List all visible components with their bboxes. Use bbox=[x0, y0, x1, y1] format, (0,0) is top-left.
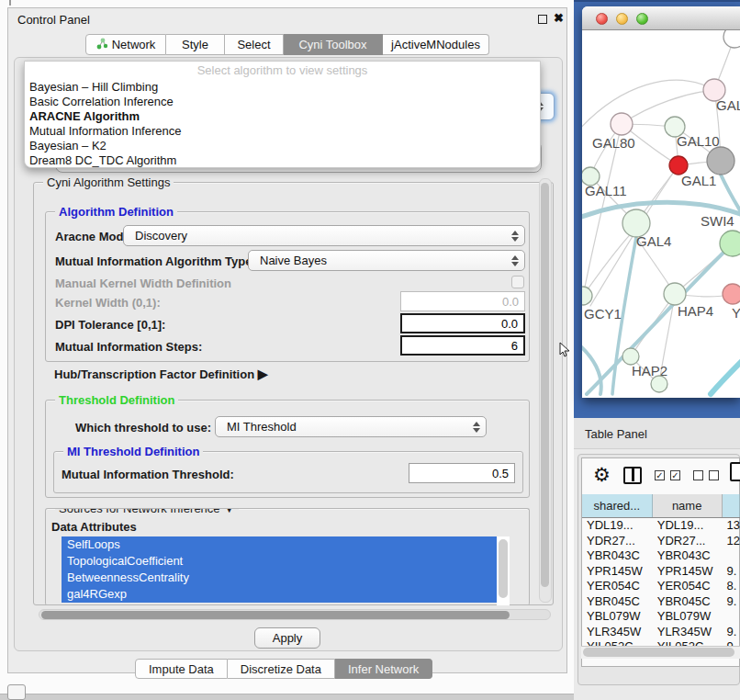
data-attributes-label: Data Attributes bbox=[51, 520, 137, 534]
network-node-gal80[interactable] bbox=[611, 113, 633, 135]
network-node-gal1[interactable] bbox=[669, 156, 688, 175]
control-panel-tab-bar: NetworkStyleSelectCyni ToolboxjActiveMNo… bbox=[85, 34, 489, 55]
node-label-gal1: GAL1 bbox=[681, 173, 716, 188]
hub-definition-label[interactable]: Hub/Transcription Factor Definition ▶ bbox=[54, 367, 268, 381]
tab-style[interactable]: Style bbox=[166, 34, 225, 55]
table-row[interactable]: YBR043CYBR043C bbox=[582, 548, 740, 564]
algorithm-option-bayesian-hill-climbing[interactable]: Bayesian – Hill Climbing bbox=[25, 80, 540, 95]
node-label-hap4: HAP4 bbox=[678, 303, 713, 319]
which-threshold-value: MI Threshold bbox=[227, 420, 297, 434]
attribute-item-betweennesscentrality[interactable]: BetweennessCentrality bbox=[62, 570, 510, 586]
bottom-tab-impute-data[interactable]: Impute Data bbox=[135, 659, 228, 679]
table-row[interactable]: YIL052CYIL052C9 bbox=[582, 639, 740, 646]
network-node-y[interactable] bbox=[723, 284, 740, 304]
table-row[interactable]: YPR145WYPR145W9. bbox=[582, 564, 740, 580]
minimize-traffic-light-icon[interactable] bbox=[616, 13, 628, 25]
algorithm-option-basic-correlation-inference[interactable]: Basic Correlation Inference bbox=[25, 95, 540, 109]
network-edge[interactable] bbox=[721, 175, 740, 210]
node-label-gcy1: GCY1 bbox=[584, 306, 622, 322]
bottom-tab-infer-network[interactable]: Infer Network bbox=[335, 659, 432, 679]
column-layout-icon[interactable] bbox=[623, 467, 642, 484]
table-hscroll-thumb[interactable] bbox=[583, 648, 734, 657]
column-header-shared[interactable]: shared... bbox=[582, 494, 653, 517]
tab-cyni-toolbox[interactable]: Cyni Toolbox bbox=[284, 34, 383, 55]
settings-horizontal-scrollbar[interactable] bbox=[39, 609, 551, 620]
column-header-col2[interactable] bbox=[723, 494, 740, 517]
settings-vertical-scrollbar[interactable] bbox=[539, 178, 552, 603]
attribute-item-selfloops[interactable]: SelfLoops bbox=[62, 536, 510, 553]
table-cell: 9. bbox=[722, 625, 740, 640]
table-cell: YBR043C bbox=[582, 548, 653, 564]
mi-threshold-field[interactable] bbox=[409, 463, 515, 483]
algorithm-option-aracne-algorithm[interactable]: ARACNE Algorithm bbox=[25, 109, 540, 124]
zoom-traffic-light-icon[interactable] bbox=[636, 13, 648, 25]
close-traffic-light-icon[interactable] bbox=[596, 13, 608, 25]
network-edge[interactable] bbox=[711, 359, 740, 394]
network-window-titlebar[interactable] bbox=[582, 6, 740, 30]
network-node-gcy1[interactable] bbox=[582, 287, 592, 305]
algorithm-option-mutual-information-inference[interactable]: Mutual Information Inference bbox=[25, 124, 540, 139]
network-node-hap4[interactable] bbox=[664, 283, 686, 305]
table-row[interactable]: YBL079WYBL079W bbox=[582, 609, 740, 625]
sources-title[interactable]: Sources for Network Inference ▼ bbox=[55, 508, 239, 515]
select-all-checkbox-icon-2[interactable]: ✓ bbox=[670, 470, 680, 480]
apply-button[interactable]: Apply bbox=[254, 627, 320, 649]
tab-select[interactable]: Select bbox=[225, 34, 284, 55]
network-node[interactable] bbox=[707, 147, 734, 175]
kernel-width-field[interactable] bbox=[400, 291, 525, 311]
attributes-scrollbar[interactable] bbox=[497, 536, 510, 605]
bottom-strip bbox=[0, 694, 574, 700]
collapse-down-icon[interactable]: ▼ bbox=[223, 508, 235, 515]
settings-vscroll-thumb[interactable] bbox=[541, 183, 549, 587]
node-label-y: Y bbox=[732, 305, 740, 321]
column-header-name[interactable]: name bbox=[653, 494, 723, 517]
table-cell: 9. bbox=[722, 594, 740, 610]
attribute-item-topologicalcoefficient[interactable]: TopologicalCoefficient bbox=[62, 553, 510, 570]
table-row[interactable]: YER054CYER054C8. bbox=[582, 579, 740, 594]
minimized-panel-icon[interactable] bbox=[7, 684, 26, 700]
network-node-swi4[interactable] bbox=[720, 231, 740, 256]
node-label-gal10: GAL10 bbox=[677, 133, 720, 149]
data-attributes-list[interactable]: SelfLoopsTopologicalCoefficientBetweenne… bbox=[62, 536, 510, 605]
mi-steps-field[interactable] bbox=[400, 335, 525, 356]
network-canvas[interactable]: GALGAL80GAL10GAL1GAL11SWI4GAL4GCY1HAP4YH… bbox=[582, 30, 740, 398]
table-settings-gear-icon[interactable]: ⚙ bbox=[593, 464, 611, 486]
table-row[interactable]: YDR27...YDR27...12 bbox=[582, 534, 740, 549]
table-row[interactable]: YLR345WYLR345W9. bbox=[582, 625, 740, 640]
mi-type-combo[interactable]: Naive Bayes bbox=[248, 250, 525, 271]
table-header-row: shared...name bbox=[582, 494, 740, 518]
tab-jactivemnodules[interactable]: jActiveMNodules bbox=[383, 34, 489, 55]
which-threshold-combo[interactable]: MI Threshold bbox=[215, 416, 487, 437]
close-icon[interactable]: ✖ bbox=[554, 11, 564, 25]
deselect-all-checkbox-icon[interactable] bbox=[693, 470, 703, 480]
select-all-checkbox-icon[interactable]: ✓ bbox=[655, 470, 665, 480]
document-icon[interactable] bbox=[730, 462, 740, 481]
bottom-tab-discretize-data[interactable]: Discretize Data bbox=[228, 659, 335, 679]
cyni-settings-title: Cyni Algorithm Settings bbox=[43, 175, 174, 189]
table-row[interactable]: YBR045CYBR045C9. bbox=[582, 594, 740, 610]
network-node[interactable] bbox=[723, 30, 740, 48]
expand-right-icon[interactable]: ▶ bbox=[258, 367, 268, 381]
network-edge[interactable] bbox=[582, 343, 601, 394]
attributes-scrollbar-thumb[interactable] bbox=[499, 539, 508, 598]
manual-kernel-checkbox[interactable] bbox=[511, 276, 524, 288]
table-cell: YLR345W bbox=[582, 625, 653, 640]
algorithm-option-bayesian-k2[interactable]: Bayesian – K2 bbox=[25, 139, 540, 153]
aracne-mode-combo[interactable]: Discovery bbox=[123, 225, 525, 246]
tab-network[interactable]: Network bbox=[85, 34, 166, 55]
network-node[interactable] bbox=[651, 376, 667, 392]
node-attribute-table[interactable]: shared...name YDL19...YDL19...13YDR27...… bbox=[582, 494, 740, 646]
float-window-icon[interactable] bbox=[538, 15, 547, 24]
table-cell: YIL052C bbox=[582, 639, 653, 646]
attribute-item-gal4rgexp[interactable]: gal4RGexp bbox=[62, 586, 510, 603]
dpi-tolerance-field[interactable] bbox=[400, 313, 525, 333]
settings-hscroll-thumb[interactable] bbox=[41, 611, 510, 619]
table-cell: YBL079W bbox=[653, 609, 723, 625]
algorithm-option-dream8-dc-tdc-algorithm[interactable]: Dream8 DC_TDC Algorithm bbox=[25, 153, 540, 168]
deselect-all-checkbox-icon-2[interactable] bbox=[709, 470, 719, 480]
table-row[interactable]: YDL19...YDL19...13 bbox=[582, 518, 740, 534]
mi-steps-label: Mutual Information Steps: bbox=[55, 340, 202, 354]
tab-label: jActiveMNodules bbox=[391, 38, 480, 51]
network-edge[interactable] bbox=[582, 80, 714, 131]
table-cell: 8. bbox=[722, 579, 740, 594]
